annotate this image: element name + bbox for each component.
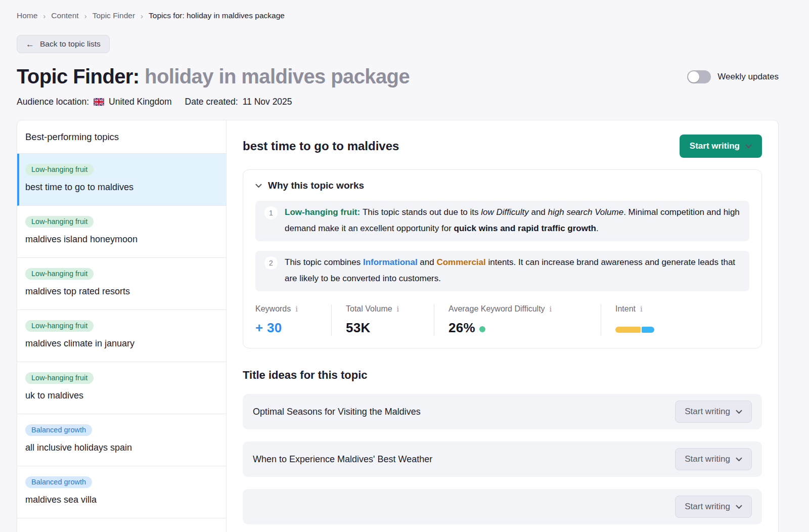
topic-list-item[interactable]: Balanced growth maldives sea villa <box>17 466 226 518</box>
topic-category-badge: Balanced growth <box>25 476 92 488</box>
left-arrow-icon: ← <box>26 40 34 49</box>
stat-intent: Intent i <box>601 304 668 336</box>
why-topic-works-card: Why this topic works 1 Low-hanging fruit… <box>243 169 762 348</box>
title-idea-card: When to Experience Maldives' Best Weathe… <box>243 441 762 477</box>
stat-keywords: Keywords i + 30 <box>255 304 331 336</box>
topic-stats-row: Keywords i + 30 Total Volume i 53K <box>255 304 749 336</box>
info-icon[interactable]: i <box>640 305 643 313</box>
back-button-label: Back to topic lists <box>40 39 101 49</box>
topic-meta: Audience location: United Kingdom Date c… <box>17 97 779 107</box>
total-volume-label: Total Volume <box>346 304 392 314</box>
intent-label: Intent <box>615 304 636 314</box>
breadcrumb-current: Topics for: holiday in maldives package <box>149 11 285 20</box>
breadcrumb-topic-finder[interactable]: Topic Finder <box>93 11 135 20</box>
audience-location: Audience location: United Kingdom <box>17 97 172 107</box>
audience-location-value: United Kingdom <box>109 97 172 107</box>
start-writing-label: Start writing <box>685 407 730 417</box>
topic-label: maldives climate in january <box>25 338 218 349</box>
topic-label: maldives sea villa <box>25 495 218 505</box>
selected-topic-title: best time to go to maldives <box>243 139 399 153</box>
topic-label: maldives island honeymoon <box>25 234 218 245</box>
start-writing-button[interactable]: Start writing <box>680 135 762 158</box>
page: Home › Content › Topic Finder › Topics f… <box>0 0 809 532</box>
point-text: This topic combines Informational and Co… <box>285 254 740 287</box>
title-idea-text: When to Experience Maldives' Best Weathe… <box>253 454 432 465</box>
back-to-topic-lists-button[interactable]: ← Back to topic lists <box>17 35 110 53</box>
topic-list-item[interactable]: Low-hanging fruit maldives climate in ja… <box>17 310 226 362</box>
breadcrumb-separator-icon: › <box>84 12 87 20</box>
total-volume-value: 53K <box>346 320 420 336</box>
uk-flag-icon <box>94 98 104 106</box>
start-writing-idea-button[interactable]: Start writing <box>675 401 752 423</box>
topic-category-badge: Low-hanging fruit <box>25 216 94 228</box>
chevron-down-icon <box>736 505 742 509</box>
date-created-label: Date created: <box>185 97 238 107</box>
start-writing-label: Start writing <box>685 454 730 464</box>
topic-list-item[interactable]: Balanced growth all inclusive holidays s… <box>17 414 226 466</box>
start-writing-label: Start writing <box>685 502 730 512</box>
breadcrumb: Home › Content › Topic Finder › Topics f… <box>17 0 779 20</box>
topics-card: Best-performing topics Low-hanging fruit… <box>17 120 779 532</box>
weekly-updates-control: Weekly updates <box>687 70 779 83</box>
topic-label: uk to maldives <box>25 390 218 401</box>
keywords-label: Keywords <box>255 304 291 314</box>
intent-distribution-bar <box>615 327 654 333</box>
topic-detail-pane: best time to go to maldives Start writin… <box>227 120 778 532</box>
title-idea-text: Optimal Seasons for Visiting the Maldive… <box>253 407 421 417</box>
collapse-chevron-icon <box>255 184 262 188</box>
info-icon[interactable]: i <box>550 305 552 313</box>
topic-category-badge: Low-hanging fruit <box>25 320 94 332</box>
topic-label: all inclusive holidays spain <box>25 442 218 453</box>
stat-keyword-difficulty: Average Keyword Difficulty i 26% <box>434 304 601 336</box>
why-topic-works-header[interactable]: Why this topic works <box>255 180 749 191</box>
point-number-badge: 2 <box>264 256 278 270</box>
topic-list-item[interactable]: Low-hanging fruit maldives island honeym… <box>17 206 226 258</box>
breadcrumb-content[interactable]: Content <box>51 11 78 20</box>
topic-category-badge: Low-hanging fruit <box>25 372 94 384</box>
keyword-difficulty-value: 26% <box>448 320 475 336</box>
weekly-updates-toggle[interactable] <box>687 70 711 83</box>
topic-category-badge: Low-hanging fruit <box>25 164 94 175</box>
topic-list-item[interactable]: Low-hanging fruit best time to go to mal… <box>17 154 226 206</box>
chevron-down-icon <box>736 457 742 462</box>
why-point: 1 Low-hanging fruit: This topic stands o… <box>255 201 749 241</box>
topic-category-badge: Low-hanging fruit <box>25 268 94 280</box>
start-writing-idea-button[interactable]: Start writing <box>675 496 752 518</box>
title-ideas-heading: Title ideas for this topic <box>243 369 762 382</box>
point-number-badge: 1 <box>264 206 278 219</box>
weekly-updates-label: Weekly updates <box>717 72 779 82</box>
sidebar-title: Best-performing topics <box>17 120 226 154</box>
intent-informational-segment <box>642 327 654 333</box>
why-point: 2 This topic combines Informational and … <box>255 251 749 291</box>
breadcrumb-separator-icon: › <box>141 12 143 20</box>
point-text: Low-hanging fruit: This topic stands out… <box>285 204 740 237</box>
title-idea-card: Optimal Seasons for Visiting the Maldive… <box>243 394 762 429</box>
page-title-query: holiday in maldives package <box>145 65 410 87</box>
chevron-down-icon <box>736 410 742 414</box>
title-idea-card: Start writing <box>243 489 762 524</box>
info-icon[interactable]: i <box>295 305 298 313</box>
topic-category-badge: Balanced growth <box>25 424 92 436</box>
page-title-prefix: Topic Finder: <box>17 65 140 87</box>
best-topics-sidebar: Best-performing topics Low-hanging fruit… <box>17 120 227 532</box>
breadcrumb-home[interactable]: Home <box>17 11 37 20</box>
start-writing-label: Start writing <box>690 141 740 151</box>
page-title: Topic Finder: holiday in maldives packag… <box>17 65 410 88</box>
audience-location-label: Audience location: <box>17 97 89 107</box>
intent-commercial-segment <box>615 327 641 333</box>
start-writing-idea-button[interactable]: Start writing <box>675 448 752 470</box>
keyword-difficulty-label: Average Keyword Difficulty <box>448 304 545 314</box>
chevron-down-icon <box>745 144 752 149</box>
topic-label: maldives top rated resorts <box>25 286 218 297</box>
breadcrumb-separator-icon: › <box>43 12 46 20</box>
toggle-knob <box>688 71 699 82</box>
stat-total-volume: Total Volume i 53K <box>331 304 434 336</box>
date-created: Date created: 11 Nov 2025 <box>185 97 292 107</box>
topic-list-item[interactable]: Low-hanging fruit maldives top rated res… <box>17 258 226 310</box>
keywords-value: + 30 <box>255 320 317 336</box>
topic-list-item[interactable]: Low-hanging fruit uk to maldives <box>17 362 226 414</box>
date-created-value: 11 Nov 2025 <box>243 97 292 107</box>
difficulty-level-dot <box>479 326 485 332</box>
why-topic-works-title: Why this topic works <box>268 180 364 191</box>
info-icon[interactable]: i <box>397 305 399 313</box>
